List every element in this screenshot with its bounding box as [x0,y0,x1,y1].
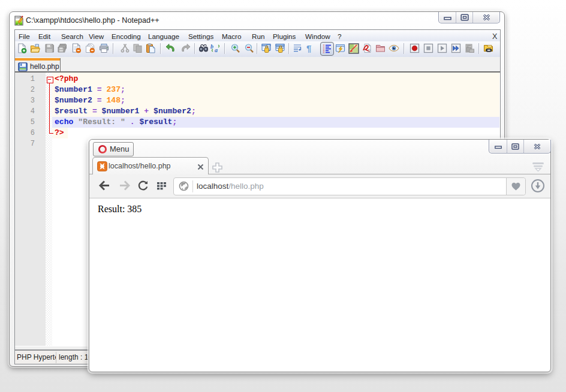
svg-text:a: a [215,47,218,53]
svg-text:D: D [368,49,371,52]
svg-text:b: b [210,43,213,50]
svg-text:¶: ¶ [306,43,311,53]
